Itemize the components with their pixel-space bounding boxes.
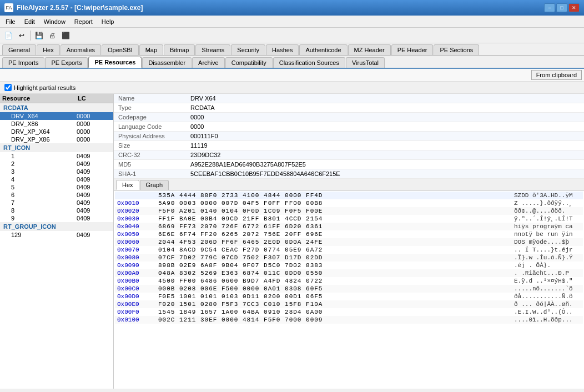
hex-row: 0x00E0 F020 1501 0280 F5F3 7CC3 C010 15F… [115,300,583,308]
from-clipboard-bar: From clipboard [0,69,584,82]
hex-row-header: 535A 4444 88F0 2733 4100 4844 0000 FF4D … [115,192,583,199]
hex-chars: .. Í T....}t.éjr [514,247,581,253]
table-row: CRC-32 23D9DC32 [114,150,584,160]
hex-bytes: 535A 4444 88F0 2733 4100 4844 0000 FF4D [158,192,512,199]
field-physical-label: Physical Address [114,132,186,141]
hex-chars: nnotÿ be run ÿin [514,231,581,238]
toolbar-btn-5[interactable]: ⬛ [59,29,72,42]
resource-lc: 0409 [77,184,110,190]
menu-edit[interactable]: Edit [21,17,38,26]
hex-addr: 0x0030 [117,215,156,222]
hex-chars: õð¢..@....ðõð. [514,208,581,214]
resource-lc: 0409 [77,192,110,198]
hex-chars: .....nõ.......`õ [514,285,581,292]
field-type-value: RCDATA [186,103,584,113]
hex-display[interactable]: 535A 4444 88F0 2733 4100 4844 0000 FF4D … [114,190,584,389]
hex-tab-hex[interactable]: Hex [116,180,139,190]
table-row: Size 11119 [114,141,584,150]
tab-anomalies[interactable]: Anomalies [61,44,101,55]
field-md5-value: A952E288A1EAD66490B3275A807F52E5 [186,160,584,169]
list-item[interactable]: DRV_X64 0000 [0,112,113,120]
minimize-button[interactable]: − [544,3,555,12]
group-rcdata[interactable]: RCDATA [0,103,113,112]
tab-hex[interactable]: Hex [37,44,60,55]
hex-chars: Z .....}.õðÿÿ..¸ [514,200,581,207]
menu-help[interactable]: Help [98,17,118,26]
toolbar-btn-1[interactable]: 📄 [2,29,14,42]
list-item[interactable]: 2 0409 [0,160,113,168]
hex-chars: ðå...........Ñ.õ [514,293,581,300]
tab-general[interactable]: General [2,44,36,55]
tab-archive[interactable]: Archive [192,57,225,68]
list-item[interactable]: 5 0409 [0,183,113,191]
toolbar-btn-2[interactable]: ↩ [16,29,28,42]
tab-pe-sections[interactable]: PE Sections [434,44,479,55]
resource-lc: 0409 [77,168,110,175]
list-item[interactable]: DRV_XP_X86 0000 [0,135,113,143]
tab-authenticode[interactable]: Authenticode [299,44,347,55]
group-rt-icon[interactable]: RT_ICON [0,143,113,152]
menu-report[interactable]: Report [71,17,96,26]
toolbar-btn-3[interactable]: 💾 [33,29,45,42]
resource-name: 7 [11,199,77,206]
from-clipboard-button[interactable]: From clipboard [531,70,582,80]
resource-name: 2 [11,160,77,167]
list-item[interactable]: 1 0409 [0,152,113,160]
highlight-checkbox[interactable] [4,84,12,91]
table-row: Codepage 0000 [114,113,584,122]
list-item[interactable]: 8 0409 [0,207,113,214]
tab-map[interactable]: Map [139,44,163,55]
tab-pe-header[interactable]: PE Header [391,44,434,55]
maximize-button[interactable]: □ [556,3,567,12]
toolbar-separator-1 [30,31,31,41]
tab-bitmap[interactable]: Bitmap [164,44,195,55]
resource-name: 6 [11,192,77,198]
hex-tab-graph[interactable]: Graph [140,180,169,190]
hex-bytes: 000B 0208 006E F500 0000 0A01 0308 60F5 [158,285,512,292]
tab-pe-exports[interactable]: PE Exports [45,57,88,68]
menu-file[interactable]: File [2,17,19,26]
hex-row: 0x0090 898B 02E9 6A8F 9B04 9F07 D5C0 7D0… [115,262,583,269]
field-type-label: Type [114,103,186,113]
hex-chars: ÿ.º..´.Í!ÿ¸.LÍ!T [514,215,581,222]
resource-name: DRV_XP_X86 [11,136,77,143]
col-lc: LC [78,95,111,102]
list-item[interactable]: 9 0409 [0,214,113,222]
resource-name: 5 [11,184,77,190]
close-button[interactable]: ✕ [568,3,580,12]
resource-lc: 0000 [77,120,110,127]
tab-mz-header[interactable]: MZ Header [348,44,391,55]
tab-security[interactable]: Security [231,44,265,55]
tab-virustotal[interactable]: VirusTotal [346,57,385,68]
window-title: FileAlyzer 2.5.57 - [C:\wiper\sample.exe… [17,4,143,12]
tab-pe-imports[interactable]: PE Imports [2,57,44,68]
tab-classification-sources[interactable]: Classification Sources [273,57,345,68]
list-item[interactable]: DRV_X86 0000 [0,120,113,128]
field-size-label: Size [114,141,186,150]
hex-bytes: F020 1501 0280 F5F3 7CC3 C010 15F8 F10A [158,301,512,308]
tab-disassembler[interactable]: Disassembler [142,57,192,68]
list-item[interactable]: 129 0409 [0,231,113,239]
left-panel-header: Resource LC [0,94,113,103]
hex-addr: 0x00A0 [117,270,156,277]
list-item[interactable]: 3 0409 [0,168,113,175]
hex-bytes: 2044 4F53 206D FF6F 6465 2E0D 0D0A 24FE [158,239,512,245]
tab-hashes[interactable]: Hashes [266,44,299,55]
right-panel: Name DRV X64 Type RCDATA Codepage 0000 L… [114,94,584,389]
list-item[interactable]: 4 0409 [0,175,113,183]
hex-addr: 0x0010 [117,200,156,207]
tab-streams[interactable]: Streams [195,44,230,55]
tab-opensbi[interactable]: OpenSBI [102,44,139,55]
list-item[interactable]: 6 0409 [0,191,113,199]
menu-window[interactable]: Window [41,17,69,26]
tab-compatibility[interactable]: Compatibility [225,57,273,68]
field-language-value: 0000 [186,122,584,132]
hex-chars: ....0ï..H.õðp... [514,316,581,323]
tab-pe-resources[interactable]: PE Resources [88,57,142,68]
list-item[interactable]: DRV_XP_X64 0000 [0,128,113,135]
hex-addr: 0x0080 [117,254,156,261]
group-rt-group-icon[interactable]: RT_GROUP_ICON [0,222,113,231]
toolbar-btn-4[interactable]: 🖨 [46,29,58,42]
hex-bytes: 6869 FF73 2070 726F 6772 61FF 6D20 6361 [158,223,512,230]
list-item[interactable]: 7 0409 [0,199,113,207]
